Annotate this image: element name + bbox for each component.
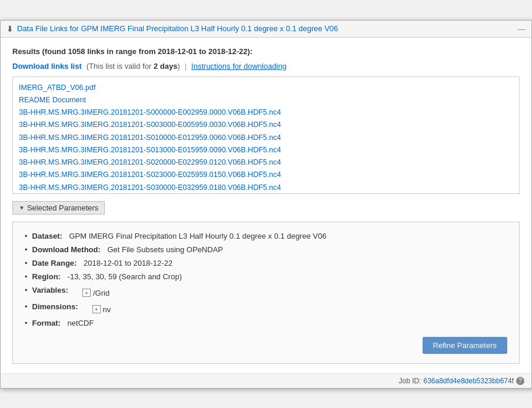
param-item: Download Method: Get File Subsets using … — [25, 245, 507, 254]
dimensions-item: Dimensions:+ nv — [25, 302, 507, 314]
file-item[interactable]: 3B-HHR.MS.MRG.3IMERG.20181201-S023000-E0… — [19, 169, 513, 181]
param-value: Get File Subsets using OPeNDAP — [107, 245, 223, 254]
format-item: Format: netCDF — [25, 319, 507, 327]
refine-parameters-button[interactable]: Refine Parameters — [423, 337, 507, 354]
file-item[interactable]: 3B-HHR.MS.MRG.3IMERG.20181201-S010000-E0… — [19, 132, 513, 144]
plus-icon: + — [82, 289, 91, 297]
title-bar: ⬇ Data File Links for GPM IMERG Final Pr… — [1, 21, 531, 38]
nv-label: nv — [103, 305, 111, 314]
validity-days: 2 days — [154, 62, 177, 71]
grid-expand[interactable]: + /Grid — [82, 289, 109, 297]
param-item: Region: -13, 35, 30, 59 (Search and Crop… — [25, 272, 507, 281]
file-item[interactable]: 3B-HHR.MS.MRG.3IMERG.20181201-S003000-E0… — [19, 119, 513, 131]
file-item[interactable]: 3B-HHR.MS.MRG.3IMERG.20181201-S000000-E0… — [19, 106, 513, 119]
variables-label: Variables: — [32, 286, 68, 295]
toggle-arrow-icon: ▼ — [19, 205, 25, 211]
download-icon: ⬇ — [6, 24, 14, 34]
param-item: Date Range: 2018-12-01 to 2018-12-22 — [25, 259, 507, 267]
help-icon[interactable]: ? — [516, 377, 524, 385]
file-item[interactable]: 3B-HHR.MS.MRG.3IMERG.20181201-S030000-E0… — [19, 182, 513, 194]
nv-expand[interactable]: + nv — [92, 305, 111, 314]
window-title: Data File Links for GPM IMERG Final Prec… — [17, 24, 338, 33]
params-box: Dataset: GPM IMERG Final Precipitation L… — [12, 222, 520, 364]
param-value: -13, 35, 30, 59 (Search and Crop) — [68, 272, 182, 281]
main-window: ⬇ Data File Links for GPM IMERG Final Pr… — [0, 20, 532, 389]
param-list: Dataset: GPM IMERG Final Precipitation L… — [25, 232, 507, 327]
title-dataset: GPM IMERG Final Precipitation L3 Half Ho… — [81, 24, 338, 33]
job-id-value[interactable]: 636a8dfd4e8deb5323bb674f — [424, 377, 514, 385]
download-bar: Download links list (This list is valid … — [12, 62, 520, 71]
separator: | — [185, 62, 187, 71]
param-item: Dataset: GPM IMERG Final Precipitation L… — [25, 232, 507, 240]
param-label: Date Range: — [32, 259, 77, 267]
validity-text: (This list is valid for 2 days) — [87, 62, 180, 71]
refine-btn-row: Refine Parameters — [25, 337, 507, 354]
footer-bar: Job ID: 636a8dfd4e8deb5323bb674f ? — [1, 373, 531, 388]
dimensions-label: Dimensions: — [32, 302, 78, 311]
selected-params-toggle[interactable]: ▼ Selected Parameters — [12, 201, 105, 215]
instructions-link[interactable]: Instructions for downloading — [191, 62, 287, 71]
dimensions-inner: + nv — [92, 305, 111, 314]
job-id-label: Job ID: — [398, 377, 421, 385]
file-item[interactable]: IMERG_ATBD_V06.pdf — [19, 82, 513, 94]
format-label: Format: — [32, 319, 61, 327]
format-value: netCDF — [68, 319, 94, 327]
variables-item: Variables:+ /Grid — [25, 286, 507, 297]
title-bar-left: ⬇ Data File Links for GPM IMERG Final Pr… — [6, 24, 338, 34]
selected-params-label: Selected Parameters — [27, 203, 98, 212]
param-label: Dataset: — [32, 232, 62, 240]
param-value: 2018-12-01 to 2018-12-22 — [84, 259, 172, 267]
param-label: Region: — [32, 272, 61, 281]
validity-prefix: (This list is valid for — [87, 62, 154, 71]
download-links-list-link[interactable]: Download links list — [12, 62, 82, 71]
results-header: Results (found 1058 links in range from … — [12, 47, 520, 56]
results-summary: Results (found 1058 links in range from … — [12, 47, 252, 56]
file-item[interactable]: 3B-HHR.MS.MRG.3IMERG.20181201-S013000-E0… — [19, 144, 513, 156]
file-item[interactable]: README Document — [19, 94, 513, 106]
param-value: GPM IMERG Final Precipitation L3 Half Ho… — [69, 232, 326, 240]
file-item[interactable]: 3B-HHR.MS.MRG.3IMERG.20181201-S020000-E0… — [19, 156, 513, 169]
grid-label: /Grid — [93, 289, 109, 297]
close-button[interactable]: — — [517, 24, 526, 34]
content-area: Results (found 1058 links in range from … — [1, 38, 531, 373]
validity-suffix: ) — [177, 62, 179, 71]
title-prefix: Data File Links for — [17, 24, 81, 33]
plus-icon-nv: + — [92, 305, 101, 313]
variables-inner: + /Grid — [82, 288, 109, 297]
file-list-box[interactable]: IMERG_ATBD_V06.pdfREADME Document3B-HHR.… — [12, 76, 520, 194]
param-label: Download Method: — [32, 245, 101, 254]
